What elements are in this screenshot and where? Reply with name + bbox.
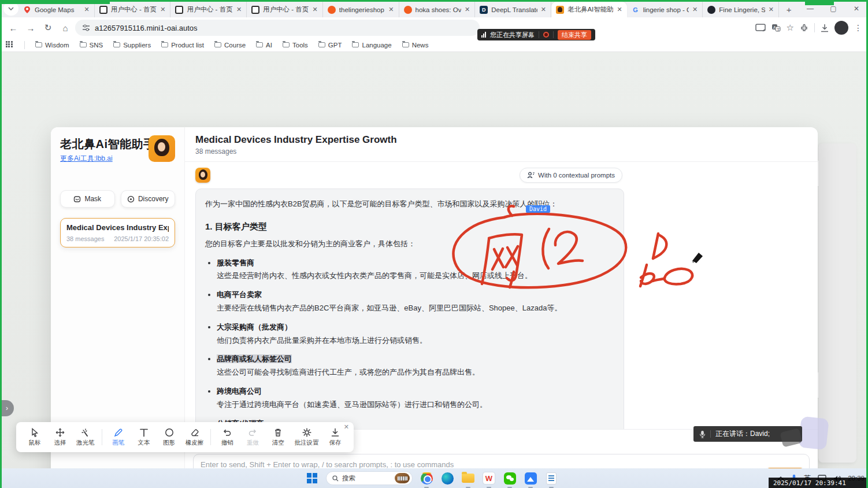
contextual-prompts-pill[interactable]: With 0 contextual prompts [520, 168, 622, 183]
tab-ai-assistant-active[interactable]: 老北鼻AI智能助手✕ [551, 2, 627, 17]
tab-close-icon[interactable]: ✕ [692, 6, 698, 13]
divider [210, 429, 211, 445]
more-tools-link[interactable]: 更多Ai工具:lbb.ai [60, 154, 113, 164]
bookmark-ai[interactable]: AI [256, 42, 272, 49]
tab-fine-lingerie[interactable]: Fine Lingerie, Sle✕ [703, 2, 779, 17]
list-item: 大宗采购商（批发商）他们负责将内衣产品批量采购并在本地市场上进行分销或销售。 [217, 321, 614, 347]
chat-list-item-selected[interactable]: Medical Devices Industry Exp... 38 messa… [60, 218, 175, 247]
trash-icon [273, 427, 283, 438]
forward-button[interactable]: → [23, 20, 38, 35]
tool-pen-active[interactable]: 画笔 [107, 427, 130, 447]
wechat-icon [504, 472, 516, 485]
tab-close-icon[interactable]: ✕ [236, 6, 242, 13]
folder-icon [256, 42, 263, 47]
microphone-icon [699, 430, 706, 438]
bookmark-news[interactable]: News [402, 42, 429, 49]
toolbar-close-icon[interactable]: ✕ [344, 423, 349, 431]
bookmark-language[interactable]: Language [352, 42, 391, 49]
taskbar-meeting-app[interactable] [524, 471, 537, 485]
discovery-button[interactable]: Discovery [121, 190, 176, 208]
extensions-icon[interactable] [800, 24, 808, 32]
bookmark-gpt[interactable]: GPT [318, 42, 342, 49]
new-tab-button[interactable]: + [781, 2, 796, 17]
address-bar[interactable]: a12657915116.mini1-oai.autos [75, 20, 480, 36]
notes-app-icon [546, 472, 557, 485]
tab-usercenter-1[interactable]: 用户中心 - 首页✕ [95, 2, 171, 17]
close-button[interactable]: ✕ [845, 0, 868, 17]
tool-redo-disabled: 重做 [241, 427, 264, 447]
home-button[interactable]: ⌂ [58, 20, 73, 35]
tab-deepl[interactable]: DDeepL Translate✕ [475, 2, 551, 17]
chat-message-list[interactable]: With 0 contextual prompts 作为一家中国的性感内衣B2B… [185, 162, 818, 429]
gear-icon [302, 427, 312, 438]
customer-type-list: 服装零售商这些是经营时尚内衣、性感内衣或女性内衣类产品的零售商，可能是实体店、网… [205, 257, 614, 429]
taskbar-explorer[interactable] [461, 471, 475, 485]
tab-hoka-shoes[interactable]: hoka shoes: Ove✕ [399, 2, 476, 17]
tab-close-icon[interactable]: ✕ [84, 6, 89, 13]
tab-google-maps[interactable]: Google Maps✕ [18, 2, 95, 17]
taskbar-wechat[interactable] [503, 471, 517, 485]
tab-usercenter-2[interactable]: 用户中心 - 首页✕ [170, 2, 247, 17]
tool-clear[interactable]: 清空 [266, 427, 290, 447]
apps-grid-icon[interactable] [6, 41, 14, 49]
translate-icon[interactable]: A文 [771, 24, 781, 32]
tool-shape[interactable]: 图形 [158, 427, 181, 447]
tab-close-icon[interactable]: ✕ [617, 6, 622, 13]
reload-button[interactable]: ↻ [40, 20, 55, 35]
mask-button[interactable]: Mask [60, 190, 115, 208]
tab-close-icon[interactable]: ✕ [541, 6, 546, 13]
taskbar-edge[interactable] [440, 471, 454, 485]
bookmark-wisdom[interactable]: Wisdom [35, 42, 69, 49]
pencil-icon [113, 427, 124, 438]
tab-thelingerieshop[interactable]: thelingerieshop✕ [323, 2, 399, 17]
tool-eraser[interactable]: 橡皮擦 [183, 427, 206, 447]
tab-close-icon[interactable]: ✕ [388, 6, 394, 13]
chevron-down-icon [8, 7, 14, 10]
search-icon [332, 475, 339, 482]
taskbar: 搜索 W 英 20:39 [0, 468, 868, 488]
assistant-message-bubble: 作为一家中国的性感内衣B2B贸易商，以下是您可能的目标客户类型、市场和国家以及采… [195, 188, 624, 429]
start-button[interactable] [305, 471, 319, 485]
tab-usercenter-3[interactable]: 用户中心 - 首页✕ [247, 2, 323, 17]
cast-icon[interactable] [755, 24, 766, 32]
tool-settings[interactable]: 批注设置 [292, 427, 321, 447]
chat-header: Medical Devices Industry Expertise Growt… [185, 127, 818, 162]
shop-favicon [404, 6, 412, 14]
tab-close-icon[interactable]: ✕ [313, 6, 318, 13]
bookmark-star-icon[interactable]: ☆ [787, 23, 794, 33]
floating-widget-blob[interactable] [798, 416, 829, 450]
folder-icon [161, 42, 168, 47]
bookmarks-bar: Wisdom SNS Suppliers Product list Course… [0, 38, 868, 52]
tool-laser[interactable]: 激光笔 [74, 427, 97, 447]
taskbar-search[interactable]: 搜索 [326, 471, 413, 485]
tab-close-icon[interactable]: ✕ [465, 6, 470, 13]
taskbar-wps[interactable]: W [482, 471, 496, 485]
page-background: 老北鼻Ai智能助手 更多Ai工具:lbb.ai Mask Discovery M… [0, 52, 868, 468]
bookmark-sns[interactable]: SNS [80, 42, 103, 49]
tab-close-icon[interactable]: ✕ [160, 6, 165, 13]
url-text: a12657915116.mini1-oai.autos [95, 24, 198, 32]
stop-sharing-button[interactable]: 结束共享 [558, 30, 591, 40]
bookmark-suppliers[interactable]: Suppliers [113, 42, 151, 49]
chat-item-message-count: 38 messages [66, 235, 104, 242]
tab-close-icon[interactable]: ✕ [769, 6, 774, 13]
tool-mouse[interactable]: 鼠标 [23, 427, 46, 447]
taskbar-notes[interactable] [544, 471, 558, 485]
bookmark-course[interactable]: Course [214, 42, 246, 49]
tab-lingerie-search[interactable]: Glingerie shop - G✕ [627, 2, 703, 17]
side-drawer-panel[interactable] [818, 143, 856, 463]
tool-undo[interactable]: 撤销 [216, 427, 239, 447]
tool-select[interactable]: 选择 [49, 427, 72, 447]
tool-text[interactable]: 文本 [132, 427, 155, 447]
downloads-icon[interactable] [821, 24, 829, 32]
list-item: 电商平台卖家主要经营在线销售内衣产品的B2C平台商家，如亚马逊、eBay、阿里巴… [217, 289, 614, 315]
browser-menu-icon[interactable]: ⋮ [854, 23, 862, 32]
divider [24, 41, 25, 49]
divider [814, 23, 815, 32]
profile-avatar[interactable] [834, 21, 848, 35]
bookmark-tools[interactable]: Tools [283, 42, 308, 49]
bookmark-product-list[interactable]: Product list [161, 42, 204, 49]
search-highlight-image [395, 473, 410, 483]
taskbar-chrome[interactable] [420, 471, 433, 485]
back-button[interactable]: ← [6, 20, 21, 35]
